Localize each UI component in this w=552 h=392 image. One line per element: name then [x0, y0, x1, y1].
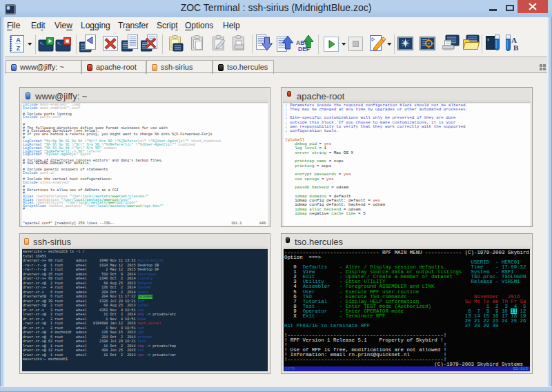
svg-text:B: B	[513, 43, 519, 52]
svg-text:s_: s_	[40, 41, 44, 45]
svg-text:DEF: DEF	[298, 46, 310, 52]
svg-text:Z: Z	[17, 45, 21, 52]
svg-text:s: s	[487, 38, 489, 42]
svg-text:s_: s_	[57, 41, 61, 45]
svg-text:A: A	[16, 37, 21, 43]
